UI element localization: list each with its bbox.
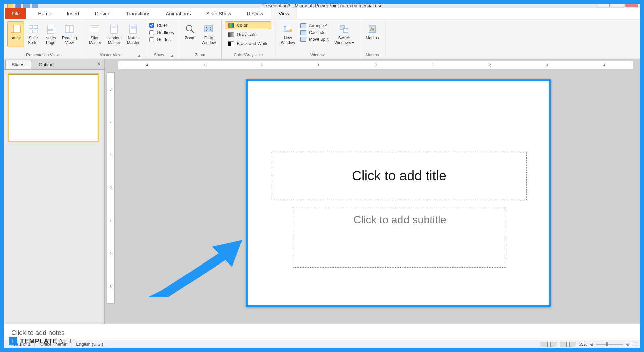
subtitle-placeholder[interactable]: Click to add subtitle: [293, 209, 506, 268]
grayscale-button[interactable]: Grayscale: [225, 31, 271, 38]
fit-label: Fit to Window: [202, 36, 216, 45]
fit-window-button[interactable]: Fit to Window: [199, 21, 218, 47]
redo-icon[interactable]: [32, 4, 38, 8]
tab-file[interactable]: File: [5, 8, 26, 19]
subtitle-placeholder-text: Click to add subtitle: [353, 214, 446, 226]
maximize-button[interactable]: [611, 4, 624, 7]
slide-canvas[interactable]: Click to add title Click to add subtitle: [246, 79, 551, 307]
bw-label: Black and White: [237, 41, 268, 46]
new-window-label: New Window: [281, 36, 295, 45]
slide-master-button[interactable]: Slide Master: [87, 21, 104, 47]
cascade-label: Cascade: [309, 30, 325, 35]
reading-view-icon: [63, 23, 75, 35]
tab-outline[interactable]: Outline: [32, 60, 60, 69]
ruler-label: Ruler: [157, 23, 167, 28]
close-button[interactable]: [625, 4, 638, 7]
dialog-launcher-icon[interactable]: ◢: [136, 53, 142, 57]
watermark-text: TEMPLATE.NET: [20, 337, 73, 345]
macros-label: Macros: [366, 36, 379, 41]
view-sorter-icon[interactable]: [550, 342, 557, 347]
new-window-button[interactable]: New Window: [278, 21, 298, 47]
macros-button[interactable]: Macros: [363, 21, 381, 42]
grayscale-label: Grayscale: [237, 32, 257, 37]
slide-sorter-button[interactable]: Slide Sorter: [25, 21, 42, 47]
view-slideshow-icon[interactable]: [569, 342, 576, 347]
zoom-slider[interactable]: [596, 344, 623, 345]
guides-label: Guides: [157, 37, 170, 42]
tab-slides[interactable]: Slides: [5, 60, 31, 69]
arrange-icon: [300, 23, 306, 28]
move-split-button[interactable]: Move Split: [298, 36, 331, 42]
app-window: Presentation3 - Microsoft PowerPoint non…: [4, 4, 640, 348]
tab-view[interactable]: View: [271, 8, 297, 19]
zoom-button[interactable]: Zoom: [182, 21, 199, 47]
minimize-button[interactable]: [597, 4, 610, 7]
notes-page-button[interactable]: Notes Page: [42, 21, 59, 47]
slide-master-label: Slide Master: [89, 36, 101, 45]
slide-master-icon: [89, 23, 101, 35]
canvas-area: 432101234 3210123 Click to add title Cli…: [105, 59, 640, 324]
ruler-checkbox[interactable]: Ruler: [149, 23, 174, 28]
color-button[interactable]: Color: [225, 21, 271, 29]
svg-rect-12: [112, 26, 114, 28]
tab-design[interactable]: Design: [87, 8, 118, 19]
svg-rect-3: [34, 25, 38, 28]
view-normal-icon[interactable]: [541, 342, 548, 347]
svg-rect-13: [114, 26, 116, 28]
split-icon: [300, 37, 306, 42]
svg-rect-5: [34, 30, 38, 33]
svg-marker-25: [148, 240, 242, 297]
svg-rect-18: [205, 26, 213, 32]
group-zoom: Zoom Fit to Window Zoom: [178, 19, 222, 59]
group-window: New Window Arrange All Cascade Move Spli…: [275, 19, 360, 59]
bw-button[interactable]: Black and White: [225, 40, 271, 47]
save-icon[interactable]: [15, 4, 21, 8]
grayscale-swatch-icon: [228, 32, 234, 37]
close-pane-icon[interactable]: ✕: [97, 61, 101, 67]
title-placeholder-text: Click to add title: [352, 168, 446, 183]
ribbon-tabstrip: File Home Insert Design Transitions Anim…: [4, 8, 640, 19]
svg-line-17: [191, 30, 194, 33]
statusbar: lide 1 of 1 "Office Theme" English (U.S.…: [4, 340, 640, 348]
svg-rect-15: [131, 26, 136, 29]
zoom-icon: [184, 23, 196, 35]
view-reading-icon[interactable]: [560, 342, 567, 347]
fit-to-window-icon[interactable]: ⛶: [632, 342, 637, 347]
window-title: Presentation3 - Microsoft PowerPoint non…: [261, 4, 382, 8]
gridlines-checkbox[interactable]: Gridlines: [149, 30, 174, 35]
split-label: Move Split: [309, 37, 328, 42]
arrange-all-button[interactable]: Arrange All: [298, 23, 331, 29]
normal-view-button[interactable]: ormal: [7, 21, 24, 47]
cascade-icon: [300, 30, 306, 35]
slides-outline-pane: Slides Outline ✕: [4, 59, 105, 324]
tab-insert[interactable]: Insert: [59, 8, 87, 19]
status-language[interactable]: English (U.S.): [72, 342, 107, 347]
reading-view-button[interactable]: Reading View: [60, 21, 79, 47]
thumbnail-list: [4, 70, 104, 324]
svg-rect-2: [29, 25, 33, 28]
normal-label: ormal: [11, 36, 21, 41]
reading-label: Reading View: [62, 36, 77, 45]
title-placeholder[interactable]: Click to add title: [272, 152, 527, 200]
dialog-launcher-icon[interactable]: ◢: [169, 53, 175, 57]
notes-master-button[interactable]: Notes Master: [125, 21, 142, 47]
slide-thumbnail-1[interactable]: [9, 74, 98, 141]
switch-windows-button[interactable]: Switch Windows ▾: [332, 21, 356, 47]
guides-checkbox[interactable]: Guides: [149, 37, 174, 42]
window-controls: [597, 4, 638, 7]
zoom-in-icon[interactable]: ⊕: [626, 342, 630, 347]
tab-animations[interactable]: Animations: [158, 8, 198, 19]
zoom-label: Zoom: [185, 36, 195, 41]
cascade-button[interactable]: Cascade: [298, 30, 331, 36]
tab-slideshow[interactable]: Slide Show: [198, 8, 239, 19]
zoom-out-icon[interactable]: ⊖: [590, 342, 594, 347]
tab-transitions[interactable]: Transitions: [118, 8, 158, 19]
handout-master-button[interactable]: Handout Master: [104, 21, 124, 47]
tab-home[interactable]: Home: [30, 8, 59, 19]
slide-sorter-icon: [27, 23, 39, 35]
color-label: Color: [237, 23, 247, 28]
group-label: Macros: [363, 52, 381, 58]
tab-review[interactable]: Review: [239, 8, 271, 19]
sorter-label: Slide Sorter: [28, 36, 39, 45]
undo-icon[interactable]: [23, 4, 30, 8]
